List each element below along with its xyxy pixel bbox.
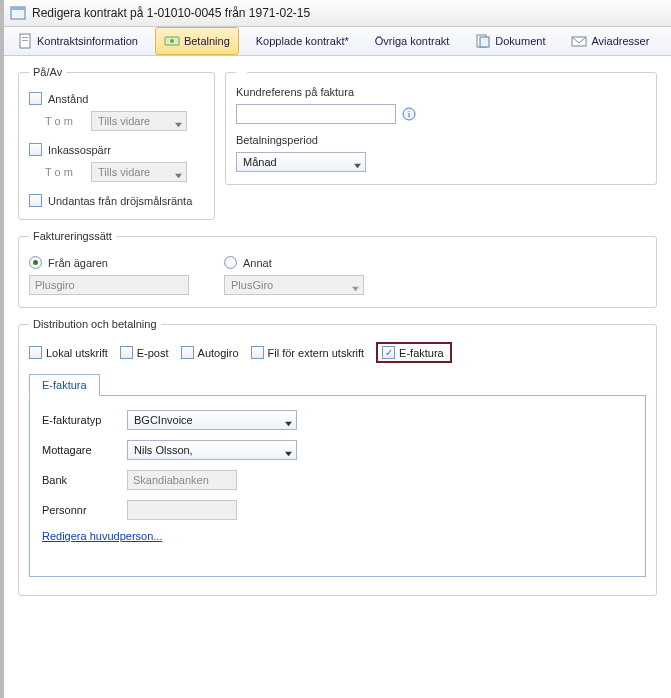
chevron-down-icon (285, 417, 292, 424)
combo-betalningsperiod[interactable]: Månad (236, 152, 366, 172)
checkbox-epost[interactable] (120, 346, 133, 359)
svg-marker-15 (175, 173, 182, 177)
chevron-down-icon (175, 169, 182, 176)
toolbar-label: Betalning (184, 35, 230, 47)
input-bank: Skandiabanken (127, 470, 237, 490)
combo-value: Nils Olsson, (134, 444, 193, 456)
label-tom-1: T o m (45, 115, 85, 127)
fakturering-legend: Faktureringssätt (29, 230, 116, 242)
checkbox-inkassosparr[interactable] (29, 143, 42, 156)
money-icon (164, 33, 180, 49)
svg-marker-20 (285, 421, 292, 425)
toolbar-label: Aviadresser (591, 35, 649, 47)
tab-aviadresser[interactable]: Aviadresser (562, 27, 658, 55)
checkbox-anstand[interactable] (29, 92, 42, 105)
combo-efakturatyp[interactable]: BGCInvoice (127, 410, 297, 430)
combo-mottagare[interactable]: Nils Olsson, (127, 440, 297, 460)
titlebar: Redigera kontrakt på 1-01010-0045 från 1… (4, 0, 671, 27)
tab-koddelsvarden[interactable]: Koddelsvärden (666, 27, 671, 55)
label-undantas: Undantas från dröjsmålsränta (48, 195, 192, 207)
label-epost: E-post (137, 347, 169, 359)
checkbox-autogiro[interactable] (181, 346, 194, 359)
label-efakturatyp: E-fakturatyp (42, 414, 117, 426)
tab-betalning[interactable]: Betalning (155, 27, 239, 55)
label-fran-agaren: Från ägaren (48, 257, 108, 269)
svg-rect-4 (22, 40, 28, 41)
chevron-down-icon (354, 159, 361, 166)
fieldset-distribution: Distribution och betalning Lokal utskrif… (18, 318, 657, 596)
content: På/Av Anstånd T o m Tills vidare (4, 56, 671, 616)
distribution-legend: Distribution och betalning (29, 318, 161, 330)
label-fil-extern: Fil för extern utskrift (268, 347, 365, 359)
fieldset-paav: På/Av Anstånd T o m Tills vidare (18, 66, 215, 220)
label-inkassosparr: Inkassospärr (48, 144, 111, 156)
label-autogiro: Autogiro (198, 347, 239, 359)
label-personnr: Personnr (42, 504, 117, 516)
checkbox-undantas[interactable] (29, 194, 42, 207)
svg-marker-19 (352, 286, 359, 290)
mail-icon (571, 33, 587, 49)
toolbar-label: Övriga kontrakt (375, 35, 450, 47)
toolbar-label: Kontraktsinformation (37, 35, 138, 47)
chevron-down-icon (285, 447, 292, 454)
tab-label: E-faktura (42, 379, 87, 391)
paav-row: På/Av Anstånd T o m Tills vidare (18, 66, 657, 230)
input-personnr (127, 500, 237, 520)
combo-value: Månad (243, 156, 277, 168)
svg-marker-21 (285, 451, 292, 455)
checkbox-efaktura[interactable]: ✓ (382, 346, 395, 359)
combo-value: Tills vidare (98, 115, 150, 127)
radio-annat[interactable] (224, 256, 237, 269)
folder-icon (475, 33, 491, 49)
combo-anstand-tom[interactable]: Tills vidare (91, 111, 187, 131)
combo-fakturering-right: PlusGiro (224, 275, 364, 295)
tabpage-efaktura: E-fakturatyp BGCInvoice Mottagare Nils O… (29, 396, 646, 577)
checkbox-lokal-utskrift[interactable] (29, 346, 42, 359)
combo-value: BGCInvoice (134, 414, 193, 426)
fieldset-fakturering: Faktureringssätt Från ägaren Plusgiro An… (18, 230, 657, 308)
app-icon (10, 5, 26, 21)
chevron-down-icon (175, 118, 182, 125)
window-title: Redigera kontrakt på 1-01010-0045 från 1… (32, 6, 310, 20)
label-bank: Bank (42, 474, 117, 486)
svg-marker-14 (175, 122, 182, 126)
distribution-check-row: Lokal utskrift E-post Autogiro Fil för e… (29, 342, 646, 363)
tab-ovriga-kontrakt[interactable]: Övriga kontrakt (366, 27, 459, 55)
tab-kontraktsinformation[interactable]: Kontraktsinformation (8, 27, 147, 55)
tabstrip-efaktura: E-faktura (29, 373, 646, 396)
toolbar: Kontraktsinformation Betalning Kopplade … (4, 27, 671, 56)
svg-rect-8 (480, 37, 489, 47)
label-efaktura: E-faktura (399, 347, 444, 359)
chevron-down-icon (352, 282, 359, 289)
svg-rect-3 (22, 37, 28, 38)
info-icon[interactable]: i (402, 107, 416, 121)
toolbar-label: Dokument (495, 35, 545, 47)
svg-point-6 (170, 39, 174, 43)
tab-kopplade-kontrakt[interactable]: Kopplade kontrakt* (247, 27, 358, 55)
radio-fran-agaren[interactable] (29, 256, 42, 269)
label-betalningsperiod: Betalningsperiod (236, 134, 646, 146)
link-redigera-huvudperson[interactable]: Redigera huvudperson... (42, 530, 162, 542)
label-tom-2: T o m (45, 166, 85, 178)
combo-value: PlusGiro (231, 279, 273, 291)
highlight-efaktura: ✓ E-faktura (376, 342, 452, 363)
combo-value: Tills vidare (98, 166, 150, 178)
label-lokal: Lokal utskrift (46, 347, 108, 359)
tab-dokument[interactable]: Dokument (466, 27, 554, 55)
window: Redigera kontrakt på 1-01010-0045 från 1… (0, 0, 671, 698)
label-anstand: Anstånd (48, 93, 88, 105)
paav-legend: På/Av (29, 66, 66, 78)
checkbox-fil-extern[interactable] (251, 346, 264, 359)
label-mottagare: Mottagare (42, 444, 117, 456)
svg-marker-18 (354, 163, 361, 167)
label-kundreferens: Kundreferens på faktura (236, 86, 646, 98)
input-fakturering-left: Plusgiro (29, 275, 189, 295)
fieldset-kundreferens: . Kundreferens på faktura i Betalningspe… (225, 66, 657, 185)
document-icon (17, 33, 33, 49)
input-kundreferens[interactable] (236, 104, 396, 124)
label-annat: Annat (243, 257, 272, 269)
tab-efaktura[interactable]: E-faktura (29, 374, 100, 396)
svg-rect-1 (11, 7, 25, 10)
toolbar-label: Kopplade kontrakt* (256, 35, 349, 47)
combo-inkasso-tom[interactable]: Tills vidare (91, 162, 187, 182)
